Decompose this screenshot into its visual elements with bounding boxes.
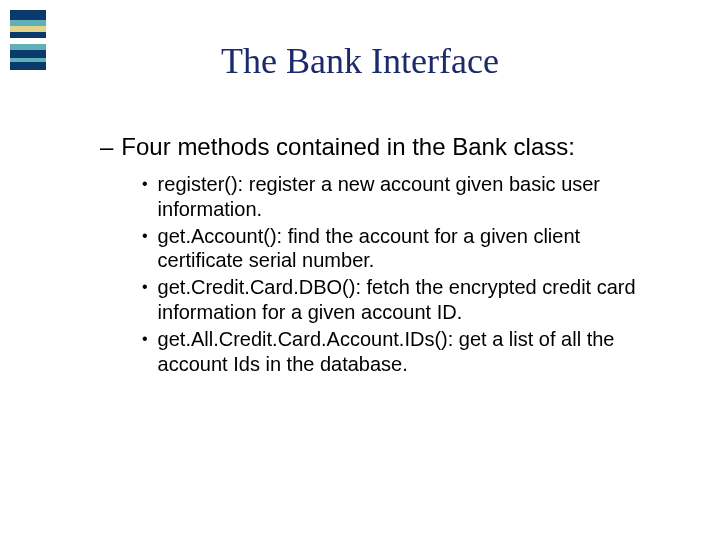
list-item: •register(): register a new account give… bbox=[142, 172, 642, 222]
stripe bbox=[10, 10, 46, 20]
slide-body: – Four methods contained in the Bank cla… bbox=[100, 132, 660, 378]
slide-title: The Bank Interface bbox=[0, 40, 720, 82]
list-item: •get.All.Credit.Card.Account.IDs(): get … bbox=[142, 327, 642, 377]
slide: The Bank Interface – Four methods contai… bbox=[0, 0, 720, 540]
bullet-icon: • bbox=[142, 277, 148, 297]
level1-item: – Four methods contained in the Bank cla… bbox=[100, 132, 660, 162]
list-item-text: get.Account(): find the account for a gi… bbox=[158, 224, 642, 274]
level1-text: Four methods contained in the Bank class… bbox=[121, 132, 575, 162]
list-item-text: get.Credit.Card.DBO(): fetch the encrypt… bbox=[158, 275, 642, 325]
list-item-text: get.All.Credit.Card.Account.IDs(): get a… bbox=[158, 327, 642, 377]
bullet-icon: • bbox=[142, 329, 148, 349]
dash-bullet-icon: – bbox=[100, 132, 113, 162]
bullet-icon: • bbox=[142, 174, 148, 194]
list-item: •get.Credit.Card.DBO(): fetch the encryp… bbox=[142, 275, 642, 325]
bullet-icon: • bbox=[142, 226, 148, 246]
list-item-text: register(): register a new account given… bbox=[158, 172, 642, 222]
list-item: •get.Account(): find the account for a g… bbox=[142, 224, 642, 274]
level2-list: •register(): register a new account give… bbox=[142, 172, 642, 376]
